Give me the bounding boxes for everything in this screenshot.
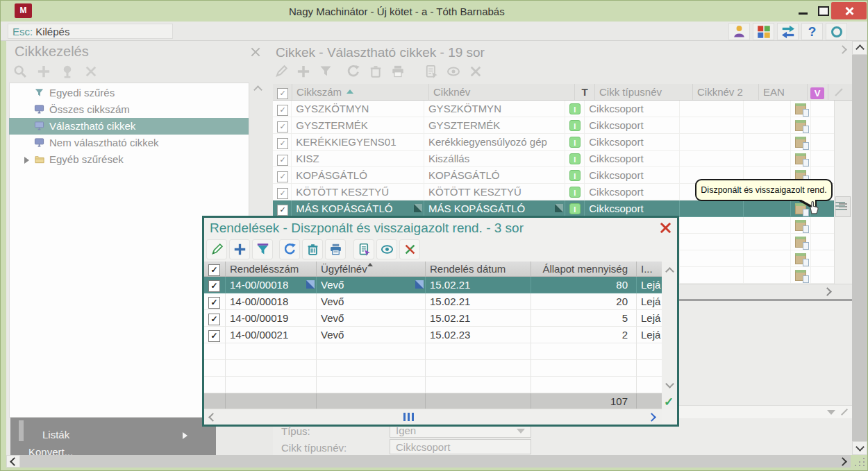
menu-scrollbar[interactable] bbox=[19, 420, 24, 441]
close-button[interactable] bbox=[831, 2, 867, 19]
print-icon[interactable] bbox=[391, 65, 405, 78]
select-all-checkbox[interactable] bbox=[208, 264, 220, 276]
scroll-right-icon[interactable] bbox=[823, 287, 832, 296]
cell-v[interactable] bbox=[791, 234, 811, 250]
dropdown-arrow-icon[interactable] bbox=[827, 410, 835, 415]
tree-item-nem-valaszthato-cikkek[interactable]: Nem választható cikkek bbox=[9, 135, 249, 151]
order-row[interactable]: 14-00/00021 Vevő 15.02.23 2 Lejá bbox=[204, 327, 662, 343]
edit-button[interactable] bbox=[206, 239, 227, 259]
scroll-down-button[interactable] bbox=[852, 441, 867, 455]
column-header-cikknev[interactable]: Cikknév bbox=[429, 84, 575, 100]
cell-v[interactable] bbox=[791, 151, 811, 167]
article-row[interactable]: GYSZKÖTMYN GYSZKÖTMYN I Cikkcsoport bbox=[273, 101, 834, 117]
dialog-close-icon[interactable] bbox=[660, 222, 671, 233]
article-row[interactable]: KERÉKKIEGYENS01 Kerékkiegyensúlyozó gép … bbox=[273, 134, 834, 151]
edit-icon[interactable] bbox=[274, 65, 288, 78]
row-checkbox[interactable] bbox=[208, 314, 220, 325]
refresh-icon[interactable] bbox=[347, 65, 360, 78]
column-header-cikknev2[interactable]: Cikknév 2 bbox=[693, 84, 759, 100]
column-header-rendeles-datum[interactable]: Rendelés dátum bbox=[426, 262, 531, 276]
row-checkbox[interactable] bbox=[277, 138, 288, 149]
scroll-down-icon[interactable] bbox=[665, 379, 674, 388]
cell-v[interactable] bbox=[791, 250, 811, 267]
dialog-horizontal-scrollbar[interactable] bbox=[204, 409, 662, 425]
search-icon[interactable] bbox=[13, 65, 27, 78]
column-header-allapot-mennyiseg[interactable]: Állapot mennyiség bbox=[531, 262, 637, 276]
row-checkbox[interactable] bbox=[208, 330, 220, 342]
column-header-cikkszam[interactable]: Cikkszám bbox=[292, 84, 429, 100]
row-checkbox[interactable] bbox=[277, 121, 288, 132]
window-horizontal-scrollbar[interactable] bbox=[6, 455, 851, 468]
expander-icon[interactable] bbox=[24, 157, 29, 164]
confirm-check-icon[interactable] bbox=[664, 395, 674, 409]
esc-exit-button[interactable]: Esc:Kilépés bbox=[8, 24, 173, 39]
row-checkbox[interactable] bbox=[277, 188, 288, 199]
article-row-selected[interactable]: MÁS KOPÁSGÁTLÓ MÁS KOPÁSGÁTLÓ I Cikkcsop… bbox=[273, 200, 834, 217]
maximize-button[interactable] bbox=[815, 2, 833, 19]
cell-v[interactable] bbox=[791, 117, 811, 134]
column-header-ugyfelnev[interactable]: Ügyfélnév bbox=[317, 262, 426, 276]
row-checkbox[interactable] bbox=[277, 155, 288, 166]
tree-icon[interactable] bbox=[60, 65, 74, 78]
report-icon[interactable] bbox=[424, 65, 438, 78]
add-icon[interactable] bbox=[37, 65, 51, 78]
delete-icon[interactable] bbox=[369, 65, 383, 78]
report-button[interactable] bbox=[353, 239, 374, 259]
column-header-ean[interactable]: EAN bbox=[759, 84, 808, 100]
unpin-icon[interactable] bbox=[469, 65, 483, 78]
column-header-t[interactable]: T bbox=[575, 84, 595, 100]
tree-item-osszes-cikkszam[interactable]: Összes cikkszám bbox=[9, 101, 249, 118]
unpin-icon[interactable] bbox=[84, 65, 98, 78]
row-checkbox[interactable] bbox=[277, 205, 288, 216]
refresh-button[interactable] bbox=[279, 239, 300, 259]
column-header-i[interactable]: I... bbox=[637, 262, 662, 276]
menu-item-listak[interactable]: Listák bbox=[42, 429, 69, 440]
order-row[interactable]: 14-00/00018 Vevő 15.02.21 20 Lejá bbox=[204, 293, 662, 310]
article-row[interactable]: GYSZTERMÉK GYSZTERMÉK I Cikkcsoport bbox=[273, 117, 834, 134]
left-panel-close-icon[interactable] bbox=[251, 47, 260, 57]
tree-item-valaszthato-cikkek[interactable]: Választható cikkek bbox=[9, 118, 249, 135]
scroll-left-button[interactable] bbox=[6, 455, 20, 468]
add-button[interactable] bbox=[229, 239, 250, 259]
order-row[interactable]: 14-00/00019 Vevő 15.02.21 5 Lejá bbox=[204, 310, 662, 327]
column-header-rendelesszam[interactable]: Rendelésszám bbox=[226, 262, 317, 276]
cell-v[interactable] bbox=[791, 217, 811, 234]
select-all-cell[interactable] bbox=[273, 84, 292, 100]
column-header-v[interactable]: V bbox=[808, 84, 828, 100]
cell-v[interactable] bbox=[791, 134, 811, 151]
print-button[interactable] bbox=[325, 239, 346, 259]
scroll-up-button[interactable] bbox=[852, 41, 867, 55]
cikk-tipusnev-input[interactable]: Cikkcsoport bbox=[390, 439, 531, 454]
transfer-button[interactable] bbox=[777, 23, 799, 40]
filter-button[interactable] bbox=[252, 239, 273, 259]
modules-button[interactable] bbox=[753, 23, 774, 40]
row-checkbox[interactable] bbox=[208, 280, 220, 292]
tree-item-egyedi-szures[interactable]: Egyedi szűrés bbox=[9, 85, 249, 101]
add-icon[interactable] bbox=[297, 65, 310, 78]
status-button[interactable] bbox=[826, 23, 847, 40]
scroll-right-button[interactable] bbox=[837, 455, 851, 468]
minimize-button[interactable] bbox=[792, 2, 813, 19]
scroll-left-icon[interactable] bbox=[208, 413, 217, 422]
cell-v[interactable] bbox=[791, 267, 811, 284]
row-checkbox[interactable] bbox=[277, 105, 288, 116]
article-row[interactable]: KISZ Kiszállás I Cikkcsoport bbox=[273, 151, 834, 167]
scroll-right-icon[interactable] bbox=[647, 413, 656, 422]
row-checkbox[interactable] bbox=[208, 297, 220, 309]
help-button[interactable] bbox=[801, 23, 823, 40]
scroll-up-icon[interactable] bbox=[665, 267, 674, 276]
unpin-button[interactable] bbox=[399, 239, 420, 259]
view-button[interactable] bbox=[376, 239, 397, 259]
column-header-cikk-tipusnev[interactable]: Cikk típusnév bbox=[595, 84, 693, 100]
window-vertical-scrollbar[interactable] bbox=[852, 41, 867, 455]
table-vertical-scrollbar[interactable] bbox=[834, 101, 852, 284]
user-button[interactable] bbox=[728, 23, 750, 40]
row-grip-icon[interactable] bbox=[835, 202, 845, 210]
row-checkbox[interactable] bbox=[277, 171, 288, 182]
resize-grip-icon[interactable] bbox=[855, 458, 866, 466]
filter-icon[interactable] bbox=[319, 65, 333, 78]
select-all-cell[interactable] bbox=[204, 262, 226, 276]
cell-v[interactable] bbox=[791, 101, 811, 117]
dialog-vertical-scrollbar[interactable] bbox=[662, 262, 677, 409]
view-icon[interactable] bbox=[446, 65, 460, 78]
